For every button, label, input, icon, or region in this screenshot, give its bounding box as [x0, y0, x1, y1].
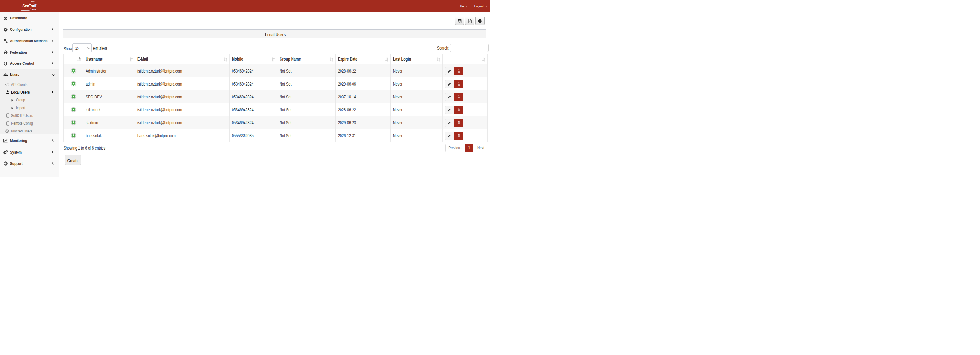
svg-text:SecTrail: SecTrail	[23, 3, 36, 8]
svg-text:®: ®	[36, 4, 38, 5]
svg-text:MFA: MFA	[32, 8, 36, 10]
